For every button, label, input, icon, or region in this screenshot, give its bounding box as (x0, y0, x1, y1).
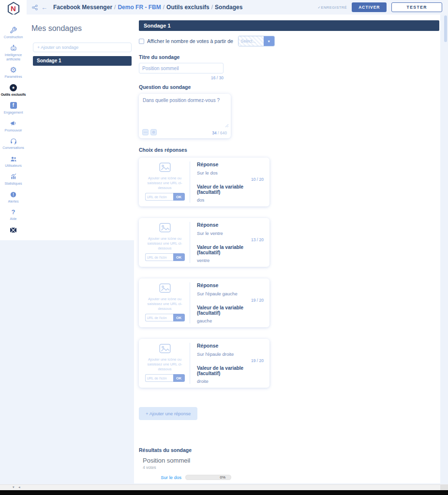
answer-card: Ajouter une icône ou saisissez une URL c… (139, 339, 269, 388)
gear-icon: ⚙ (10, 66, 16, 74)
sidebar-item-engagement[interactable]: f Engagement (0, 102, 27, 115)
sidebar-item-construction[interactable]: Construction (0, 26, 27, 40)
bottom-black-bar (0, 490, 448, 495)
icon-url-input[interactable] (145, 374, 173, 382)
answer-card: Ajouter une icône ou saisissez une URL c… (139, 158, 269, 206)
results-section-label: Résultats du sondage (139, 447, 439, 453)
sidebar-item-promouvoir[interactable]: Promouvoir (0, 119, 27, 133)
sidebar-item-intelligence-artificielle[interactable]: Intelligence artificielle (0, 44, 27, 62)
sidebar-item-aide[interactable]: ? Aide (0, 208, 27, 221)
question-textarea[interactable]: Dans quelle position dormez-vous ? ⋯ ☺ 3… (139, 94, 231, 138)
image-placeholder-icon (159, 223, 171, 234)
question-icon: ? (12, 208, 15, 216)
answer-text-input[interactable]: Sur l'épaule gauche (197, 291, 265, 296)
top-bar: ← Facebook Messenger/Demo FR - FBM/Outil… (27, 0, 448, 15)
image-placeholder-icon (159, 283, 171, 295)
star-badge-icon: ★ (10, 84, 17, 92)
flow-share-icon[interactable] (31, 4, 38, 11)
breadcrumb-project[interactable]: Demo FR - FBM (118, 4, 161, 11)
icon-url-ok-button[interactable]: OK (173, 193, 185, 201)
chart-title: Position sommeil (143, 457, 439, 464)
title-counter: 16 / 30 (139, 75, 224, 80)
add-answer-button[interactable]: + Ajouter une réponse (139, 407, 197, 420)
bar-label[interactable]: Sur le dos (143, 475, 181, 480)
saved-status: ✓ENREGISTRÉ (318, 5, 347, 10)
variable-label: Valeur de la variable (facultatif) (197, 245, 265, 255)
wrench-icon (10, 26, 17, 34)
form-header: Sondage 1 (139, 20, 439, 31)
answer-counter: 10 / 20 (197, 177, 265, 182)
alert-icon (10, 190, 17, 199)
icon-url-input[interactable] (145, 193, 173, 201)
sidebar-item-conversations[interactable]: Conversations (0, 137, 27, 150)
emoji-picker-icon[interactable]: ☺ (150, 129, 157, 135)
sidebar-item-alertes[interactable]: Alertes (0, 190, 27, 204)
poll-title-input[interactable] (139, 63, 224, 73)
variable-label: Valeur de la variable (facultatif) (197, 305, 265, 316)
megaphone-icon (10, 119, 17, 128)
poll-form: Sondage 1 Afficher le nombre de votes à … (139, 20, 439, 495)
icon-url-ok-button[interactable]: OK (173, 314, 185, 321)
scroll-left-arrow-icon[interactable]: ◂ (18, 485, 20, 489)
breadcrumb: Facebook Messenger/Demo FR - FBM/Outils … (53, 4, 242, 11)
horizontal-scrollbar[interactable]: ▾ ◂ (0, 484, 448, 490)
chart-votes-count: 4 votes (143, 465, 439, 470)
bar-chart-icon (10, 173, 17, 181)
answer-counter: 13 / 20 (197, 237, 265, 242)
question-counter: 34 / 640 (212, 131, 227, 135)
icon-url-ok-button[interactable]: OK (173, 253, 185, 261)
robot-icon (10, 44, 17, 52)
sidebar-item-parametres[interactable]: ⚙ Paramètres (0, 66, 27, 79)
show-votes-label: Afficher le nombre de votes à partir de (147, 38, 233, 44)
polls-panel-title: Mes sondages (31, 24, 82, 33)
answer-counter: 19 / 20 (197, 298, 265, 303)
breadcrumb-page: Sondages (215, 4, 242, 11)
image-placeholder-icon (159, 162, 171, 174)
reponse-label: Réponse (197, 161, 265, 167)
test-button[interactable]: TESTER (391, 2, 442, 12)
sidebar-item-utilisateurs[interactable]: Utilisateurs (0, 155, 27, 168)
answer-counter: 19 / 20 (197, 358, 265, 363)
hexagon-logo-icon: N (6, 1, 21, 16)
choices-label: Choix des réponses (139, 147, 439, 153)
poll-list-item-sondage-1[interactable]: Sondage 1 (33, 56, 132, 66)
show-votes-checkbox[interactable] (139, 39, 144, 44)
reponse-label: Réponse (197, 222, 265, 228)
title-label: Titre du sondage (139, 54, 439, 60)
activate-button[interactable]: ACTIVER (352, 2, 387, 12)
variable-value-input[interactable]: dos (197, 197, 265, 203)
reponse-label: Réponse (197, 282, 265, 288)
breadcrumb-bot[interactable]: Facebook Messenger (53, 4, 112, 11)
variable-value-input[interactable]: droite (197, 379, 265, 384)
bar-percent: 0% (220, 475, 225, 480)
vertical-scrollbar-thumb[interactable] (444, 15, 447, 42)
reponse-label: Réponse (197, 343, 265, 349)
variable-value-input[interactable]: gauche (197, 318, 265, 323)
answer-card: Ajouter une icône ou saisissez une URL c… (139, 278, 269, 327)
image-placeholder-icon (159, 344, 171, 355)
answer-text-input[interactable]: Sur le dos (197, 170, 265, 175)
sidebar-item-outils-exclusifs[interactable]: ★ Outils exclusifs (0, 84, 27, 97)
icon-url-ok-button[interactable]: OK (173, 374, 185, 382)
icon-url-input[interactable] (145, 314, 173, 321)
answer-text-input[interactable]: Sur l'épaule droite (197, 351, 265, 357)
resize-handle-icon[interactable] (225, 121, 229, 130)
chart-bar-row: Sur le dos 0% (143, 475, 439, 480)
sidebar-item-language[interactable] (0, 226, 27, 234)
breadcrumb-section[interactable]: Outils exclusifs (166, 4, 209, 11)
votes-threshold-select[interactable]: Select... ▼ (238, 36, 275, 46)
add-poll-button[interactable]: + Ajouter un sondage (33, 43, 132, 52)
sidebar-item-statistiques[interactable]: Statistiques (0, 173, 27, 186)
insert-variable-icon[interactable]: ⋯ (142, 129, 149, 135)
answer-card: Ajouter une icône ou saisissez une URL c… (139, 218, 269, 267)
chevron-down-icon: ▼ (264, 36, 274, 46)
scroll-down-arrow-icon[interactable]: ▾ (13, 485, 15, 489)
variable-label: Valeur de la variable (facultatif) (197, 184, 265, 195)
language-flag-icon (10, 226, 16, 234)
users-icon (10, 155, 17, 163)
icon-url-input[interactable] (145, 253, 173, 261)
back-arrow-icon[interactable]: ← (41, 4, 47, 11)
facebook-icon: f (10, 102, 17, 110)
variable-value-input[interactable]: ventre (197, 258, 265, 263)
answer-text-input[interactable]: Sur le ventre (197, 231, 265, 236)
